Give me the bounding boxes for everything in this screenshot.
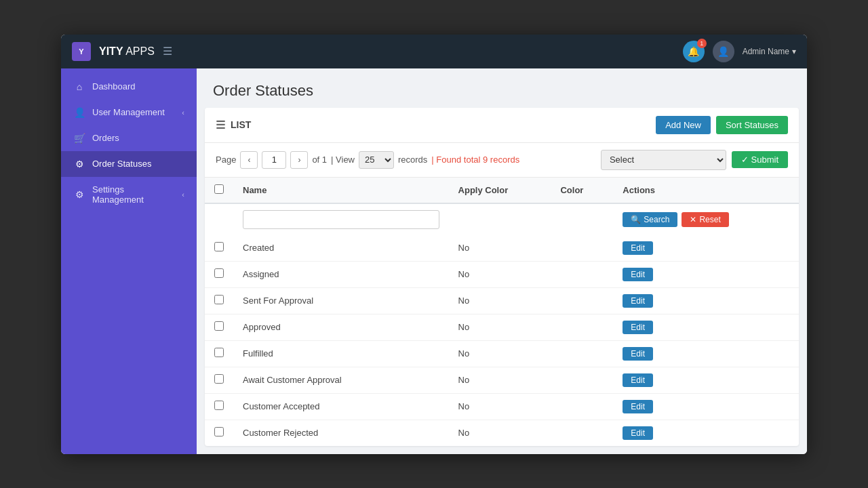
row-checkbox-6[interactable] xyxy=(214,401,224,410)
app-logo-text: YITY APPS xyxy=(99,45,155,58)
list-label: LIST xyxy=(231,119,251,130)
sidebar-label-dashboard: Dashboard xyxy=(92,81,184,92)
sort-statuses-button[interactable]: Sort Statuses xyxy=(716,116,788,134)
table-search-row: 🔍 Search ✕ Reset xyxy=(205,203,799,235)
row-checkbox-cell xyxy=(205,420,233,446)
table-row: Fulfilled No Edit xyxy=(205,340,799,367)
top-nav-right: 🔔 1 👤 Admin Name ▾ xyxy=(683,41,796,62)
data-table: Name Apply Color Color Actions xyxy=(205,178,799,446)
pagination-left: Page ‹ › of 1 | View 25 50 100 records |… xyxy=(216,151,519,169)
row-actions: Edit xyxy=(613,287,799,314)
edit-button-5[interactable]: Edit xyxy=(623,373,653,387)
row-checkbox-cell xyxy=(205,261,233,287)
row-apply-color: No xyxy=(449,420,551,446)
row-name: Assigned xyxy=(233,261,449,287)
row-checkbox-1[interactable] xyxy=(214,268,224,278)
sidebar-item-orders[interactable]: 🛒 Orders xyxy=(61,125,197,151)
row-apply-color: No xyxy=(449,287,551,314)
row-color xyxy=(551,314,613,340)
page-title: Order Statuses xyxy=(213,82,791,100)
edit-button-1[interactable]: Edit xyxy=(623,268,653,281)
settings-icon: ⚙ xyxy=(73,189,85,200)
select-all-checkbox[interactable] xyxy=(214,184,224,194)
table-row: Created No Edit xyxy=(205,235,799,262)
row-actions: Edit xyxy=(613,367,799,393)
edit-button-3[interactable]: Edit xyxy=(623,321,653,334)
chevron-left-icon: ‹ xyxy=(182,108,184,117)
add-new-button[interactable]: Add New xyxy=(656,116,711,134)
row-name: Customer Accepted xyxy=(233,393,449,420)
row-name: Await Customer Approval xyxy=(233,367,449,393)
page-number-input[interactable] xyxy=(262,151,286,169)
user-icon: 👤 xyxy=(73,107,85,118)
row-color xyxy=(551,367,613,393)
search-checkbox-cell xyxy=(205,203,233,235)
table-header-row: Name Apply Color Color Actions xyxy=(205,178,799,203)
header-color: Color xyxy=(551,178,613,203)
row-checkbox-4[interactable] xyxy=(214,348,224,357)
row-actions: Edit xyxy=(613,340,799,367)
edit-button-7[interactable]: Edit xyxy=(623,426,653,440)
row-color xyxy=(551,393,613,420)
row-name: Sent For Approval xyxy=(233,287,449,314)
order-status-icon: ⚙ xyxy=(73,159,85,169)
panel-header: ☰ LIST Add New Sort Statuses xyxy=(205,108,799,143)
notification-badge: 1 xyxy=(697,39,707,48)
row-checkbox-2[interactable] xyxy=(214,295,224,304)
view-label: | View xyxy=(331,155,355,165)
row-checkbox-5[interactable] xyxy=(214,374,224,384)
row-color xyxy=(551,420,613,446)
user-menu-button[interactable]: Admin Name ▾ xyxy=(743,47,796,56)
table-row: Await Customer Approval No Edit xyxy=(205,367,799,393)
row-apply-color: No xyxy=(449,393,551,420)
table-row: Approved No Edit xyxy=(205,314,799,340)
row-actions: Edit xyxy=(613,261,799,287)
reset-button[interactable]: ✕ Reset xyxy=(682,212,728,227)
table-body: Created No Edit Assigned No Edit Sent Fo… xyxy=(205,235,799,446)
row-apply-color: No xyxy=(449,367,551,393)
sidebar: ⌂ Dashboard 👤 User Management ‹ 🛒 Orders… xyxy=(61,68,197,454)
chevron-left-icon-settings: ‹ xyxy=(182,190,184,199)
header-name: Name xyxy=(233,178,449,203)
header-actions: Actions xyxy=(613,178,799,203)
table-row: Customer Accepted No Edit xyxy=(205,393,799,420)
hamburger-icon[interactable]: ☰ xyxy=(163,45,172,58)
edit-button-4[interactable]: Edit xyxy=(623,347,653,361)
cart-icon: 🛒 xyxy=(73,133,85,144)
row-checkbox-7[interactable] xyxy=(214,427,224,436)
user-avatar[interactable]: 👤 xyxy=(713,41,734,62)
table-row: Assigned No Edit xyxy=(205,261,799,287)
notification-button[interactable]: 🔔 1 xyxy=(683,41,705,62)
next-page-button[interactable]: › xyxy=(290,151,308,169)
sidebar-label-orders: Orders xyxy=(92,133,184,143)
sidebar-item-dashboard[interactable]: ⌂ Dashboard xyxy=(61,74,197,100)
row-actions: Edit xyxy=(613,393,799,420)
filter-select[interactable]: Select Created Assigned Sent For Approva… xyxy=(601,150,726,170)
row-name: Created xyxy=(233,235,449,262)
sidebar-item-order-statuses[interactable]: ⚙ Order Statuses xyxy=(61,151,197,177)
row-name: Fulfilled xyxy=(233,340,449,367)
table-row: Customer Rejected No Edit xyxy=(205,420,799,446)
edit-button-0[interactable]: Edit xyxy=(623,241,653,255)
name-search-input[interactable] xyxy=(243,210,439,229)
search-button[interactable]: 🔍 Search xyxy=(623,212,677,227)
sidebar-label-user-management: User Management xyxy=(92,107,175,117)
sidebar-item-settings-management[interactable]: ⚙ Settings Management ‹ xyxy=(61,177,197,212)
row-checkbox-0[interactable] xyxy=(214,242,224,251)
browser-window: Y YITY APPS ☰ 🔔 1 👤 Admin Name ▾ ⌂ Dash xyxy=(61,35,807,454)
page-title-bar: Order Statuses xyxy=(197,68,807,108)
edit-button-2[interactable]: Edit xyxy=(623,294,653,308)
row-apply-color: No xyxy=(449,261,551,287)
records-label: records xyxy=(398,155,427,165)
edit-button-6[interactable]: Edit xyxy=(623,400,653,413)
row-checkbox-3[interactable] xyxy=(214,321,224,331)
submit-button[interactable]: ✓ Submit xyxy=(732,151,788,168)
row-name: Customer Rejected xyxy=(233,420,449,446)
prev-page-button[interactable]: ‹ xyxy=(240,151,258,169)
sidebar-item-user-management[interactable]: 👤 User Management ‹ xyxy=(61,100,197,125)
of-label: of 1 xyxy=(312,155,327,165)
content-panel: ☰ LIST Add New Sort Statuses Page ‹ › xyxy=(205,108,799,446)
search-icon: 🔍 xyxy=(631,215,641,224)
view-per-page-select[interactable]: 25 50 100 xyxy=(359,151,394,169)
row-checkbox-cell xyxy=(205,393,233,420)
